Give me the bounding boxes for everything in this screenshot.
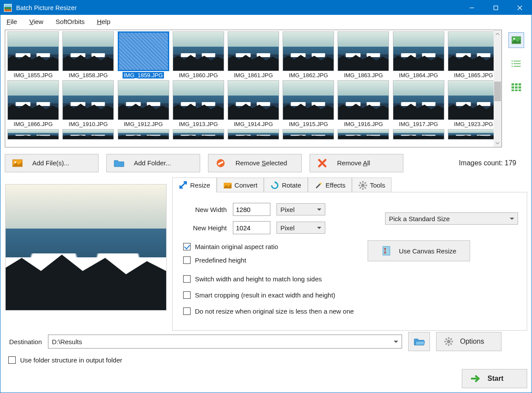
thumbnail-item[interactable]: IMG_1910.JPG xyxy=(61,80,115,127)
thumbnail-caption: IMG_1860.JPG xyxy=(179,72,218,79)
start-label: Start xyxy=(488,375,503,383)
tab-rotate[interactable]: Rotate xyxy=(264,178,307,192)
new-width-label: New Width xyxy=(183,206,227,213)
canvas-icon xyxy=(382,246,391,256)
add-folder-button[interactable]: Add Folder... xyxy=(106,154,200,172)
thumbnail-item[interactable]: IMG_1923.JPG xyxy=(447,80,500,127)
svg-line-33 xyxy=(360,187,361,188)
no-resize-checkbox[interactable] xyxy=(183,308,191,315)
thumbnail-item[interactable] xyxy=(61,129,115,140)
new-height-input[interactable] xyxy=(233,221,270,234)
thumbnail-item[interactable] xyxy=(116,129,170,140)
thumbnail-item[interactable]: IMG_1917.JPG xyxy=(392,80,445,127)
thumbnail-image xyxy=(173,129,224,140)
thumbnail-image xyxy=(173,80,224,120)
thumbnail-item[interactable]: IMG_1862.JPG xyxy=(282,31,335,79)
maintain-ratio-label: Maintain original aspect ratio xyxy=(195,243,278,250)
thumbnail-item[interactable] xyxy=(447,129,500,140)
gallery-scrollbar[interactable] xyxy=(494,30,501,147)
thumbnail-item[interactable]: IMG_1916.JPG xyxy=(337,80,390,127)
width-unit-select[interactable]: Pixel xyxy=(276,203,325,215)
standard-size-label: Pick a Standard Size xyxy=(389,215,450,222)
thumbnail-item[interactable]: IMG_1855.JPG xyxy=(7,31,60,79)
thumbnail-image xyxy=(393,31,444,71)
thumbnail-image xyxy=(7,80,59,120)
scrollbar-thumb[interactable] xyxy=(494,82,501,101)
start-button[interactable]: Start xyxy=(462,369,527,388)
thumbnail-item[interactable]: IMG_1913.JPG xyxy=(172,80,225,127)
scroll-up-icon[interactable] xyxy=(494,30,501,38)
smart-crop-checkbox[interactable] xyxy=(183,291,191,299)
standard-size-select[interactable]: Pick a Standard Size xyxy=(385,212,518,225)
thumbnail-item[interactable]: IMG_1859.JPG xyxy=(116,31,170,79)
view-list-button[interactable] xyxy=(508,56,524,72)
thumbnail-item[interactable]: IMG_1864.JPG xyxy=(392,31,445,79)
thumbnail-item[interactable]: IMG_1914.JPG xyxy=(227,80,280,127)
height-unit-select[interactable]: Pixel xyxy=(276,222,325,234)
thumbnail-item[interactable]: IMG_1860.JPG xyxy=(172,31,225,79)
canvas-resize-button[interactable]: Use Canvas Resize xyxy=(368,240,470,261)
thumbnail-image xyxy=(62,31,114,71)
thumbnail-item[interactable]: IMG_1915.JPG xyxy=(282,80,335,127)
wand-icon xyxy=(314,181,323,190)
maximize-button[interactable] xyxy=(484,0,508,15)
thumbnail-item[interactable] xyxy=(392,129,445,140)
thumbnail-item[interactable] xyxy=(337,129,390,140)
tab-resize[interactable]: Resize xyxy=(172,178,217,192)
remove-all-label: Remove All xyxy=(337,159,370,167)
remove-selected-button[interactable]: Remove Selected xyxy=(208,154,302,172)
view-thumbnails-button[interactable] xyxy=(508,32,524,48)
remove-all-button[interactable]: Remove All xyxy=(310,154,403,172)
thumbnail-item[interactable]: IMG_1863.JPG xyxy=(337,31,390,79)
thumbnail-item[interactable]: IMG_1865.JPG xyxy=(447,31,500,79)
thumbnail-item[interactable]: IMG_1866.JPG xyxy=(7,80,60,127)
use-folder-structure-label: Use folder structure in output folder xyxy=(20,356,122,364)
thumbnail-caption: IMG_1923.JPG xyxy=(454,121,493,127)
thumbnail-image xyxy=(448,129,499,140)
svg-point-26 xyxy=(361,184,365,187)
minimize-button[interactable] xyxy=(460,0,484,15)
thumbnail-image xyxy=(283,80,334,120)
thumbnail-item[interactable] xyxy=(227,129,280,140)
maintain-ratio-checkbox[interactable] xyxy=(183,243,191,250)
thumbnail-item[interactable]: IMG_1912.JPG xyxy=(116,80,170,127)
new-width-input[interactable] xyxy=(233,203,270,216)
tab-effects[interactable]: Effects xyxy=(308,178,352,192)
view-grid-button[interactable] xyxy=(508,79,524,95)
scroll-down-icon[interactable] xyxy=(494,139,501,147)
thumbnail-item[interactable] xyxy=(282,129,335,140)
resize-panel: New Width Pixel New Height Pixel Pick a … xyxy=(172,192,527,331)
thumbnail-item[interactable]: IMG_1861.JPG xyxy=(227,31,280,79)
svg-rect-35 xyxy=(383,246,390,255)
thumbnail-item[interactable]: IMG_1858.JPG xyxy=(61,31,115,79)
tab-tools-label: Tools xyxy=(370,181,385,189)
view-mode-rail xyxy=(505,30,527,147)
options-button[interactable]: Options xyxy=(436,332,501,351)
browse-folder-button[interactable] xyxy=(408,332,430,351)
menu-bar: File View SoftOrbits Help xyxy=(0,15,532,28)
thumbnail-image xyxy=(7,129,59,140)
thumbnail-item[interactable] xyxy=(7,129,60,140)
add-folder-label: Add Folder... xyxy=(134,159,171,167)
menu-softorbits[interactable]: SoftOrbits xyxy=(52,16,88,27)
close-button[interactable] xyxy=(508,0,532,15)
menu-view[interactable]: View xyxy=(26,16,47,27)
destination-combo[interactable]: D:\Results xyxy=(48,335,402,349)
menu-help[interactable]: Help xyxy=(93,16,114,27)
add-files-button[interactable]: Add File(s)... xyxy=(5,154,99,172)
menu-help-label: elp xyxy=(102,18,110,25)
switch-wh-checkbox[interactable] xyxy=(183,275,191,283)
tab-convert[interactable]: Convert xyxy=(217,178,264,192)
thumbnail-image xyxy=(283,129,334,140)
chevron-down-icon xyxy=(317,227,321,229)
thumbnail-caption: IMG_1859.JPG xyxy=(123,72,164,79)
chevron-down-icon xyxy=(394,341,398,343)
menu-file[interactable]: File xyxy=(3,16,20,27)
svg-rect-13 xyxy=(515,83,518,85)
predefined-height-checkbox[interactable] xyxy=(183,256,191,264)
use-folder-structure-checkbox[interactable] xyxy=(8,356,16,364)
thumbnail-image xyxy=(118,80,169,120)
thumbnail-item[interactable] xyxy=(172,129,225,140)
tab-tools[interactable]: Tools xyxy=(352,178,392,192)
svg-line-34 xyxy=(365,182,366,184)
